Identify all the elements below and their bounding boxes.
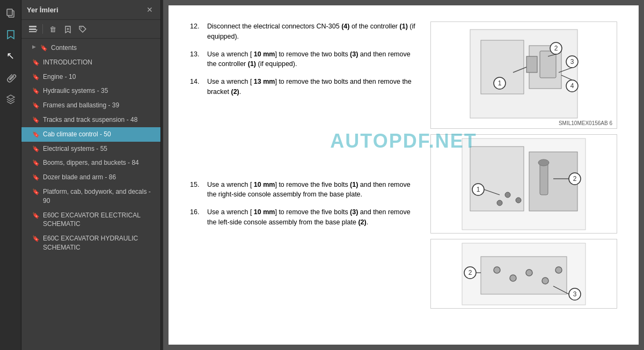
svg-text:1: 1 [476, 186, 480, 193]
images-column: 1 2 3 4 SMIL10MEX0156AB [430, 21, 617, 309]
svg-point-47 [555, 267, 562, 273]
step-14: 14. Use a wrench [ 13 mm] to remove the … [190, 77, 420, 97]
diagram-caption: SMIL10MEX0156AB 6 [559, 120, 612, 126]
main-content: AUTOPDF.NET 12. Disconnect the electrica… [163, 0, 644, 350]
svg-point-43 [494, 267, 500, 273]
bot-diagram: 2 3 [430, 239, 617, 309]
svg-text:3: 3 [573, 290, 576, 298]
bookmark-electrical[interactable]: 🔖 Electrical systems - 55 [21, 142, 160, 156]
bookmark-icon-btn[interactable] [2, 26, 19, 43]
step-13: 13. Use a wrench [ 10 mm] to remove the … [190, 49, 420, 70]
document-area: AUTOPDF.NET 12. Disconnect the electrica… [163, 0, 644, 350]
attachment-icon-btn[interactable] [2, 69, 19, 86]
bookmark-frames[interactable]: 🔖 Frames and ballasting - 39 [21, 98, 160, 113]
bookmark-booms[interactable]: 🔖 Booms, dippers, and buckets - 84 [21, 156, 160, 170]
bookmark-cab[interactable]: 🔖 Cab climate control - 50 [21, 127, 160, 142]
page-content[interactable]: AUTOPDF.NET 12. Disconnect the electrica… [169, 5, 639, 345]
svg-rect-1 [7, 9, 12, 16]
bookmark-dozer[interactable]: 🔖 Dozer blade and arm - 86 [21, 170, 160, 185]
step-15: 15. Use a wrench [ 10 mm] to remove the … [190, 180, 420, 200]
bookmark-tracks[interactable]: 🔖 Tracks and track suspension - 48 [21, 113, 160, 127]
delete-btn[interactable]: 🗑 [46, 22, 60, 36]
bookmark-hydraulic[interactable]: 🔖 Hydraulic systems - 35 [21, 84, 160, 98]
svg-point-46 [542, 278, 548, 284]
cursor-icon[interactable]: ↖ [2, 47, 19, 64]
sidebar-title: Yer İmleri [27, 6, 58, 14]
bookmark-platform[interactable]: 🔖 Platform, cab, bodywork, and decals - … [21, 185, 160, 208]
step-12: 12. Disconnect the electrical connectors… [190, 21, 420, 42]
mid-diagram: 1 2 [430, 134, 617, 234]
svg-text:2: 2 [554, 45, 558, 52]
icon-bar: ↖ [0, 0, 21, 350]
svg-text:2: 2 [573, 175, 576, 183]
svg-rect-2 [29, 26, 36, 27]
sidebar-toolbar: 🗑 [21, 20, 160, 39]
svg-rect-30 [540, 163, 548, 195]
bookmark-list: ▶ 🔖 Contents 🔖 INTRODUCTION 🔖 Engine - 1… [21, 39, 160, 350]
bookmark-e60c-electrical[interactable]: 🔖 E60C EXCAVATOR ELECTRICAL SCHEMATIC [21, 208, 160, 232]
svg-point-31 [538, 159, 549, 166]
svg-rect-3 [29, 28, 36, 30]
close-button[interactable]: ✕ [144, 4, 155, 15]
expand-arrow: ▶ [32, 43, 36, 50]
svg-text:3: 3 [570, 58, 574, 65]
bookmark-contents[interactable]: ▶ 🔖 Contents [21, 41, 160, 55]
svg-text:4: 4 [570, 82, 574, 90]
layers-icon-btn[interactable] [2, 90, 19, 107]
svg-point-32 [505, 192, 510, 198]
sidebar: Yer İmleri ✕ 🗑 [21, 0, 161, 350]
svg-point-34 [497, 200, 502, 206]
svg-point-33 [516, 198, 521, 203]
step-16: 16. Use a wrench [ 10 mm] to remove the … [190, 207, 420, 228]
expand-all-btn[interactable] [26, 22, 40, 36]
svg-rect-42 [481, 257, 567, 294]
bookmark-e60c-hydraulic[interactable]: 🔖 E60C EXCAVATOR HYDRAULIC SCHEMATIC [21, 231, 160, 255]
bookmark-introduction[interactable]: 🔖 INTRODUCTION [21, 55, 160, 70]
add-bookmark-btn[interactable] [61, 22, 75, 36]
svg-point-44 [510, 275, 516, 281]
svg-rect-4 [29, 31, 36, 32]
svg-point-45 [526, 269, 532, 276]
bookmark-engine[interactable]: 🔖 Engine - 10 [21, 70, 160, 84]
copy-icon-btn[interactable] [2, 4, 19, 21]
svg-rect-14 [526, 56, 537, 72]
svg-text:1: 1 [497, 79, 501, 87]
text-column: 12. Disconnect the electrical connectors… [190, 21, 420, 309]
svg-point-9 [80, 27, 82, 28]
tag-btn[interactable] [76, 22, 90, 36]
top-diagram: 1 2 3 4 SMIL10MEX0156AB [430, 21, 617, 129]
svg-text:2: 2 [468, 269, 472, 276]
svg-marker-6 [35, 30, 38, 31]
sidebar-header: Yer İmleri ✕ [21, 0, 160, 20]
